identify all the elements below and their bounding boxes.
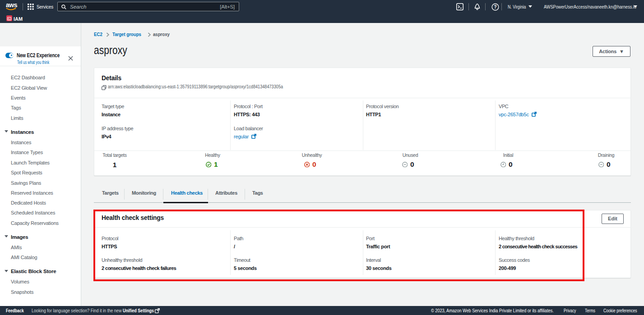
svg-text:?: ?	[494, 5, 496, 9]
svg-text:aws: aws	[6, 1, 18, 9]
